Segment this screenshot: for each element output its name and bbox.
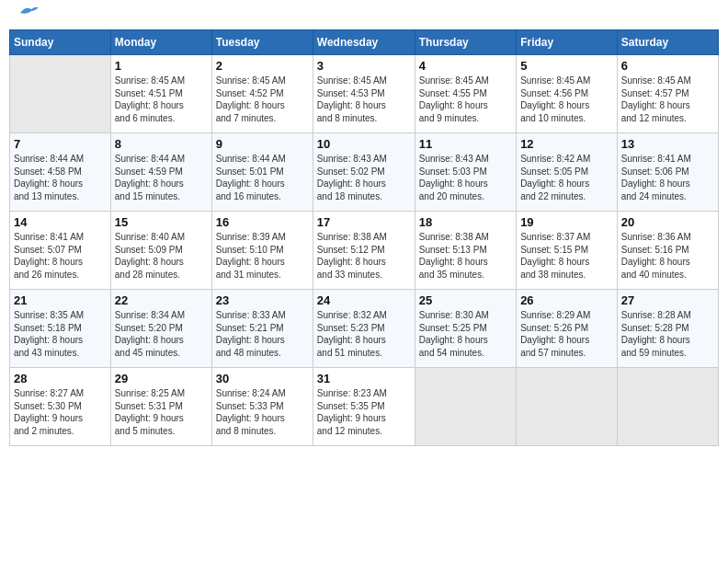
calendar-cell: 2Sunrise: 8:45 AM Sunset: 4:52 PM Daylig… [211, 55, 313, 133]
day-number: 7 [14, 137, 107, 151]
cell-content: Sunrise: 8:45 AM Sunset: 4:52 PM Dayligh… [216, 75, 309, 124]
cell-content: Sunrise: 8:44 AM Sunset: 4:58 PM Dayligh… [14, 153, 107, 202]
calendar-cell: 27Sunrise: 8:28 AM Sunset: 5:28 PM Dayli… [617, 290, 718, 368]
calendar-cell [617, 368, 718, 446]
cell-content: Sunrise: 8:36 AM Sunset: 5:16 PM Dayligh… [621, 231, 714, 281]
cell-content: Sunrise: 8:30 AM Sunset: 5:25 PM Dayligh… [419, 309, 512, 359]
day-number: 18 [419, 215, 512, 229]
cell-content: Sunrise: 8:44 AM Sunset: 5:01 PM Dayligh… [216, 153, 309, 202]
calendar-cell: 12Sunrise: 8:42 AM Sunset: 5:05 PM Dayli… [517, 133, 618, 212]
calendar-cell: 24Sunrise: 8:32 AM Sunset: 5:23 PM Dayli… [313, 290, 415, 368]
cell-content: Sunrise: 8:43 AM Sunset: 5:03 PM Dayligh… [419, 153, 512, 202]
cell-content: Sunrise: 8:39 AM Sunset: 5:10 PM Dayligh… [216, 231, 309, 281]
calendar-cell: 14Sunrise: 8:41 AM Sunset: 5:07 PM Dayli… [10, 212, 111, 290]
calendar-cell: 16Sunrise: 8:39 AM Sunset: 5:10 PM Dayli… [211, 212, 313, 290]
day-number: 20 [621, 215, 714, 229]
calendar-cell [415, 368, 516, 446]
logo-bird-icon [18, 6, 39, 20]
calendar-cell [10, 55, 111, 133]
calendar-cell: 23Sunrise: 8:33 AM Sunset: 5:21 PM Dayli… [211, 290, 313, 368]
column-header-tuesday: Tuesday [211, 30, 313, 55]
cell-content: Sunrise: 8:27 AM Sunset: 5:30 PM Dayligh… [14, 387, 107, 437]
week-row-3: 14Sunrise: 8:41 AM Sunset: 5:07 PM Dayli… [10, 212, 719, 290]
day-number: 12 [520, 137, 613, 151]
cell-content: Sunrise: 8:34 AM Sunset: 5:20 PM Dayligh… [115, 309, 208, 359]
column-header-wednesday: Wednesday [313, 30, 415, 55]
day-number: 22 [115, 293, 208, 307]
cell-content: Sunrise: 8:45 AM Sunset: 4:51 PM Dayligh… [115, 75, 208, 124]
calendar-cell: 20Sunrise: 8:36 AM Sunset: 5:16 PM Dayli… [617, 212, 718, 290]
cell-content: Sunrise: 8:44 AM Sunset: 4:59 PM Dayligh… [115, 153, 208, 202]
cell-content: Sunrise: 8:28 AM Sunset: 5:28 PM Dayligh… [621, 309, 714, 359]
calendar-table: SundayMondayTuesdayWednesdayThursdayFrid… [9, 29, 719, 446]
cell-content: Sunrise: 8:43 AM Sunset: 5:02 PM Dayligh… [317, 153, 411, 202]
cell-content: Sunrise: 8:35 AM Sunset: 5:18 PM Dayligh… [14, 309, 107, 359]
calendar-cell: 31Sunrise: 8:23 AM Sunset: 5:35 PM Dayli… [313, 368, 415, 446]
calendar-cell: 17Sunrise: 8:38 AM Sunset: 5:12 PM Dayli… [313, 212, 415, 290]
cell-content: Sunrise: 8:29 AM Sunset: 5:26 PM Dayligh… [520, 309, 613, 359]
calendar-cell: 5Sunrise: 8:45 AM Sunset: 4:56 PM Daylig… [517, 55, 618, 133]
calendar-cell: 9Sunrise: 8:44 AM Sunset: 5:01 PM Daylig… [211, 133, 313, 212]
logo [15, 13, 39, 20]
cell-content: Sunrise: 8:41 AM Sunset: 5:07 PM Dayligh… [14, 231, 107, 281]
calendar-cell: 13Sunrise: 8:41 AM Sunset: 5:06 PM Dayli… [617, 133, 718, 212]
day-number: 19 [520, 215, 613, 229]
calendar-cell: 29Sunrise: 8:25 AM Sunset: 5:31 PM Dayli… [110, 368, 211, 446]
day-number: 29 [115, 372, 208, 385]
week-row-5: 28Sunrise: 8:27 AM Sunset: 5:30 PM Dayli… [10, 368, 719, 446]
calendar-cell: 18Sunrise: 8:38 AM Sunset: 5:13 PM Dayli… [415, 212, 516, 290]
day-number: 28 [14, 372, 107, 385]
day-number: 11 [419, 137, 512, 151]
cell-content: Sunrise: 8:40 AM Sunset: 5:09 PM Dayligh… [115, 231, 208, 281]
cell-content: Sunrise: 8:25 AM Sunset: 5:31 PM Dayligh… [115, 387, 208, 437]
column-header-sunday: Sunday [10, 30, 111, 55]
day-number: 30 [216, 372, 309, 385]
week-row-4: 21Sunrise: 8:35 AM Sunset: 5:18 PM Dayli… [10, 290, 719, 368]
cell-content: Sunrise: 8:37 AM Sunset: 5:15 PM Dayligh… [520, 231, 613, 281]
cell-content: Sunrise: 8:45 AM Sunset: 4:57 PM Dayligh… [621, 75, 714, 124]
column-header-thursday: Thursday [415, 30, 516, 55]
day-number: 26 [520, 293, 613, 307]
day-number: 9 [216, 137, 309, 151]
day-number: 8 [115, 137, 208, 151]
column-header-friday: Friday [517, 30, 618, 55]
day-number: 14 [14, 215, 107, 229]
week-row-1: 1Sunrise: 8:45 AM Sunset: 4:51 PM Daylig… [10, 55, 719, 133]
calendar-cell: 19Sunrise: 8:37 AM Sunset: 5:15 PM Dayli… [517, 212, 618, 290]
week-row-2: 7Sunrise: 8:44 AM Sunset: 4:58 PM Daylig… [10, 133, 719, 212]
header [9, 9, 719, 24]
calendar-cell: 6Sunrise: 8:45 AM Sunset: 4:57 PM Daylig… [617, 55, 718, 133]
day-number: 23 [216, 293, 309, 307]
cell-content: Sunrise: 8:41 AM Sunset: 5:06 PM Dayligh… [621, 153, 714, 202]
cell-content: Sunrise: 8:33 AM Sunset: 5:21 PM Dayligh… [216, 309, 309, 359]
day-number: 13 [621, 137, 714, 151]
calendar-cell: 11Sunrise: 8:43 AM Sunset: 5:03 PM Dayli… [415, 133, 516, 212]
column-header-saturday: Saturday [617, 30, 718, 55]
cell-content: Sunrise: 8:38 AM Sunset: 5:12 PM Dayligh… [317, 231, 411, 281]
day-number: 1 [115, 59, 208, 73]
day-number: 4 [419, 59, 512, 73]
calendar-cell: 15Sunrise: 8:40 AM Sunset: 5:09 PM Dayli… [110, 212, 211, 290]
calendar-cell: 8Sunrise: 8:44 AM Sunset: 4:59 PM Daylig… [110, 133, 211, 212]
cell-content: Sunrise: 8:23 AM Sunset: 5:35 PM Dayligh… [317, 387, 411, 437]
column-header-monday: Monday [110, 30, 211, 55]
day-number: 17 [317, 215, 411, 229]
day-number: 27 [621, 293, 714, 307]
calendar-cell: 26Sunrise: 8:29 AM Sunset: 5:26 PM Dayli… [517, 290, 618, 368]
day-number: 16 [216, 215, 309, 229]
cell-content: Sunrise: 8:45 AM Sunset: 4:56 PM Dayligh… [520, 75, 613, 124]
day-number: 2 [216, 59, 309, 73]
calendar-cell: 3Sunrise: 8:45 AM Sunset: 4:53 PM Daylig… [313, 55, 415, 133]
calendar-header-row: SundayMondayTuesdayWednesdayThursdayFrid… [10, 30, 719, 55]
day-number: 5 [520, 59, 613, 73]
cell-content: Sunrise: 8:42 AM Sunset: 5:05 PM Dayligh… [520, 153, 613, 202]
day-number: 3 [317, 59, 411, 73]
calendar-cell: 10Sunrise: 8:43 AM Sunset: 5:02 PM Dayli… [313, 133, 415, 212]
day-number: 31 [317, 372, 411, 385]
calendar-cell: 4Sunrise: 8:45 AM Sunset: 4:55 PM Daylig… [415, 55, 516, 133]
calendar-cell [517, 368, 618, 446]
calendar-cell: 25Sunrise: 8:30 AM Sunset: 5:25 PM Dayli… [415, 290, 516, 368]
calendar-cell: 7Sunrise: 8:44 AM Sunset: 4:58 PM Daylig… [10, 133, 111, 212]
calendar-cell: 30Sunrise: 8:24 AM Sunset: 5:33 PM Dayli… [211, 368, 313, 446]
calendar-cell: 21Sunrise: 8:35 AM Sunset: 5:18 PM Dayli… [10, 290, 111, 368]
